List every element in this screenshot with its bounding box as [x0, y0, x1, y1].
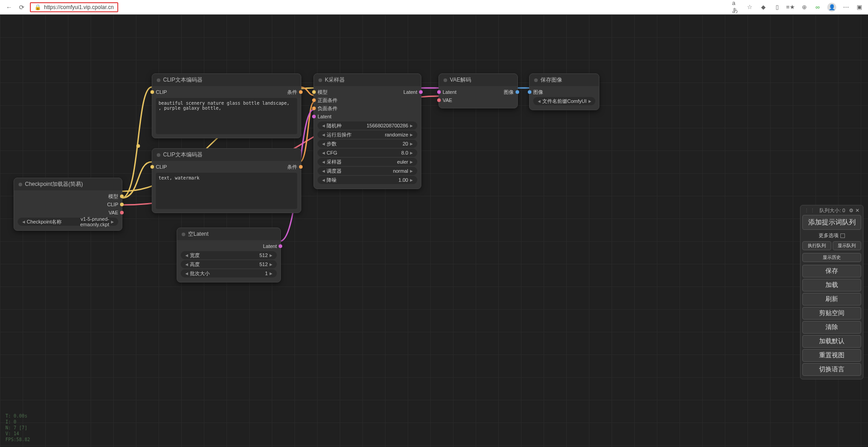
node-title: Checkpoint加载器(简易)	[14, 178, 122, 190]
widget-batch-size[interactable]: 批次大小1	[181, 269, 277, 277]
widget-scheduler[interactable]: 调度器normal	[318, 167, 417, 175]
node-title: CLIP文本编码器	[152, 149, 301, 161]
widget-sampler[interactable]: 采样器euler	[318, 158, 417, 166]
node-clip-encode-negative[interactable]: CLIP文本编码器 CLIP 条件 text, watermark	[152, 148, 301, 213]
node-title: K采样器	[314, 74, 421, 86]
exec-queue-button[interactable]: 执行队列	[802, 241, 831, 250]
queue-size-label: 队列大小: 0	[820, 207, 845, 214]
slot-in-clip[interactable]: CLIP	[156, 164, 167, 170]
sync-icon[interactable]: ∞	[814, 3, 822, 11]
more-options-toggle[interactable]: 更多选项	[802, 231, 861, 240]
url-text: https://comfyui1.vip.cpolar.cn	[44, 4, 114, 10]
url-box[interactable]: 🔒 https://comfyui1.vip.cpolar.cn	[30, 2, 118, 12]
extensions-icon[interactable]: ◆	[759, 3, 767, 11]
show-queue-button[interactable]: 显示队列	[833, 241, 862, 250]
node-title: CLIP文本编码器	[152, 74, 301, 86]
node-checkpoint-loader[interactable]: Checkpoint加载器(简易) 模型 CLIP VAE Checkpoint…	[14, 178, 122, 231]
split-icon[interactable]: ▣	[855, 3, 863, 11]
slot-in-model[interactable]: 模型	[318, 89, 328, 96]
clipspace-button[interactable]: 剪贴空间	[802, 307, 861, 320]
svg-point-0	[136, 144, 140, 148]
widget-cfg[interactable]: CFG8.0	[318, 149, 417, 157]
prompt-textarea[interactable]: text, watermark	[156, 173, 297, 209]
favorites-icon[interactable]: ≡★	[786, 3, 795, 11]
more-icon[interactable]: ⋯	[842, 3, 850, 11]
widget-denoise[interactable]: 降噪1.00	[318, 176, 417, 184]
node-title: VAE解码	[439, 74, 517, 86]
slot-out-vae[interactable]: VAE	[109, 210, 118, 215]
queue-prompt-button[interactable]: 添加提示词队列	[802, 215, 861, 230]
avatar-icon[interactable]: 👤	[827, 3, 836, 12]
clear-button[interactable]: 清除	[802, 321, 861, 334]
node-vae-decode[interactable]: VAE解码 Latent 图像 VAE	[439, 73, 518, 108]
widget-height[interactable]: 高度512	[181, 260, 277, 268]
slot-out-model[interactable]: 模型	[108, 193, 118, 200]
collections-icon[interactable]: ⊕	[800, 3, 808, 11]
show-history-button[interactable]: 显示历史	[802, 253, 861, 262]
slot-in-vae[interactable]: VAE	[443, 97, 452, 103]
back-icon[interactable]: ←	[5, 3, 14, 12]
widget-filename-prefix[interactable]: 文件名前缀ComfyUI	[533, 97, 595, 105]
wires	[0, 15, 868, 447]
slot-in-latent[interactable]: Latent	[318, 114, 332, 119]
load-default-button[interactable]: 加载默认	[802, 335, 861, 348]
node-title: 空Latent	[177, 228, 280, 240]
slot-out-latent[interactable]: Latent	[263, 243, 277, 249]
node-empty-latent[interactable]: 空Latent Latent 宽度512 高度512 批次大小1	[177, 228, 281, 282]
slot-in-positive[interactable]: 正面条件	[318, 97, 338, 104]
widget-width[interactable]: 宽度512	[181, 251, 277, 259]
reset-view-button[interactable]: 重置视图	[802, 349, 861, 362]
slot-out-conditioning[interactable]: 条件	[287, 89, 297, 96]
browser-bar: ← ⟳ 🔒 https://comfyui1.vip.cpolar.cn aあ …	[0, 0, 868, 15]
star-icon[interactable]: ☆	[746, 3, 754, 11]
widget-steps[interactable]: 步数20	[318, 140, 417, 148]
slot-in-negative[interactable]: 负面条件	[318, 105, 338, 112]
gear-icon[interactable]: ⚙	[849, 208, 854, 214]
node-ksampler[interactable]: K采样器 模型 Latent 正面条件 负面条件 Latent 随机种15668…	[313, 73, 421, 189]
translate-icon[interactable]: aあ	[732, 3, 740, 11]
drag-icon: ⋮⋮	[804, 208, 816, 214]
control-panel[interactable]: ⋮⋮ 队列大小: 0 ⚙ ✕ 添加提示词队列 更多选项 执行队列 显示队列 显示…	[800, 205, 863, 379]
node-canvas[interactable]: Checkpoint加载器(简易) 模型 CLIP VAE Checkpoint…	[0, 15, 868, 447]
refresh-icon[interactable]: ⟳	[17, 3, 26, 12]
slot-out-conditioning[interactable]: 条件	[287, 164, 297, 170]
slot-in-image[interactable]: 图像	[533, 89, 543, 96]
toggle-language-button[interactable]: 切换语言	[802, 363, 861, 376]
save-button[interactable]: 保存	[802, 265, 861, 277]
close-icon[interactable]: ✕	[855, 208, 859, 214]
widget-seed[interactable]: 随机种156680208700286	[318, 121, 417, 130]
prompt-textarea[interactable]: beautiful scenery nature glass bottle la…	[156, 98, 297, 134]
load-button[interactable]: 加载	[802, 279, 861, 292]
panel-drag-handle[interactable]: ⋮⋮ 队列大小: 0 ⚙ ✕	[802, 207, 861, 214]
slot-in-latent[interactable]: Latent	[443, 89, 457, 95]
slot-out-latent[interactable]: Latent	[403, 89, 417, 95]
node-save-image[interactable]: 保存图像 图像 文件名前缀ComfyUI	[529, 73, 599, 110]
widget-checkpoint-name[interactable]: Checkpoint名称 v1-5-pruned-emaonly.ckpt	[18, 218, 118, 226]
stats-overlay: T: 0.00s I: 0 N: 7 [7] V: 14 FPS:58.82	[5, 413, 30, 442]
slot-out-image[interactable]: 图像	[504, 89, 514, 96]
sidebar-icon[interactable]: ▯	[773, 3, 781, 11]
refresh-button[interactable]: 刷新	[802, 293, 861, 306]
slot-in-clip[interactable]: CLIP	[156, 89, 167, 95]
node-clip-encode-positive[interactable]: CLIP文本编码器 CLIP 条件 beautiful scenery natu…	[152, 73, 301, 138]
checkbox-icon[interactable]	[840, 233, 845, 238]
widget-control-after[interactable]: 运行后操作randomize	[318, 131, 417, 139]
lock-icon: 🔒	[34, 4, 41, 10]
slot-out-clip[interactable]: CLIP	[107, 202, 118, 207]
node-title: 保存图像	[530, 74, 599, 86]
